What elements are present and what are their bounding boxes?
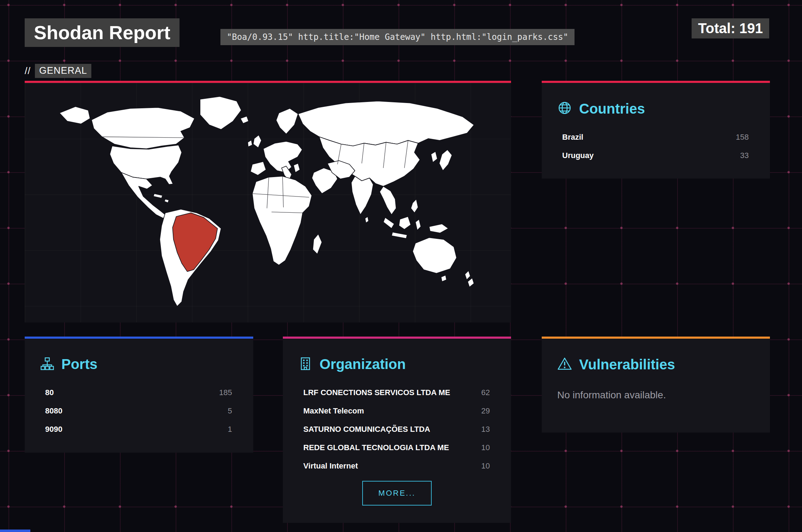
port-label: 8080 (45, 406, 62, 416)
map-usa (110, 145, 182, 185)
map-philippines (411, 199, 418, 213)
partial-card-border (0, 530, 30, 532)
country-label: Brazil (562, 133, 583, 142)
map-iberia (250, 162, 266, 175)
vulnerabilities-title: Vulnerabilities (579, 357, 675, 373)
shodan-report-page: Shodan Report "Boa/0.93.15" http.title:"… (0, 0, 802, 532)
org-row: MaxNet Telecom 29 (283, 402, 511, 420)
port-value: 1 (228, 425, 232, 434)
network-icon (40, 357, 54, 372)
world-map-svg (39, 92, 497, 313)
org-label: MaxNet Telecom (303, 406, 364, 416)
world-map (39, 92, 497, 313)
vulnerabilities-empty-text: No information available. (557, 389, 754, 401)
map-balkans (293, 163, 300, 173)
page-title: Shodan Report (25, 18, 180, 47)
map-new-zealand-south (468, 278, 474, 287)
map-alaska (59, 107, 90, 124)
organization-card: Organization LRF CONECTIONS SERVICOS LTD… (283, 337, 511, 523)
map-ireland (248, 140, 252, 147)
org-value: 29 (481, 406, 490, 416)
map-britain (253, 135, 261, 148)
search-query: "Boa/0.93.15" http.title:"Home Gateway" … (220, 29, 575, 45)
section-label: GENERAL (35, 64, 91, 78)
country-row-brazil: Brazil 158 (542, 128, 770, 146)
map-cuba (153, 194, 163, 198)
map-africa (252, 176, 312, 265)
org-label: Virtual Internet (303, 461, 358, 471)
map-new-zealand-north (465, 271, 470, 280)
ports-card: Ports 80 185 8080 5 9090 1 (25, 337, 253, 453)
map-korea (431, 151, 437, 162)
map-java (391, 232, 407, 238)
map-indochina (379, 186, 396, 215)
port-value: 185 (219, 388, 232, 397)
country-label: Uruguay (562, 151, 594, 160)
org-label: REDE GLOBAL TECNOLOGIA LTDA ME (303, 443, 449, 452)
map-borneo (399, 217, 411, 229)
org-row: SATURNO COMUNICAÇÕES LTDA 13 (283, 420, 511, 439)
map-sulawesi (415, 219, 421, 230)
section-prefix: // (25, 66, 31, 77)
map-tasmania (441, 275, 447, 282)
org-row: REDE GLOBAL TECNOLOGIA LTDA ME 10 (283, 439, 511, 457)
port-label: 9090 (45, 425, 62, 434)
org-value: 13 (481, 425, 490, 434)
port-value: 5 (228, 406, 232, 416)
org-label: LRF CONECTIONS SERVICOS LTDA ME (303, 388, 450, 397)
map-canada (91, 108, 194, 149)
warning-icon (557, 356, 572, 373)
ports-title: Ports (61, 356, 97, 372)
organization-title: Organization (320, 356, 406, 372)
port-row-9090: 9090 1 (25, 420, 253, 439)
more-button[interactable]: MORE... (362, 481, 432, 506)
map-hispaniola (164, 199, 169, 202)
country-value: 33 (740, 151, 749, 160)
vulnerabilities-card: Vulnerabilities No information available… (542, 337, 770, 433)
org-value: 10 (481, 443, 490, 452)
port-row-80: 80 185 (25, 383, 253, 402)
org-row: LRF CONECTIONS SERVICOS LTDA ME 62 (283, 383, 511, 402)
map-greenland (200, 96, 241, 129)
port-row-8080: 8080 5 (25, 402, 253, 420)
section-general: // GENERAL (25, 64, 91, 78)
org-label: SATURNO COMUNICAÇÕES LTDA (303, 425, 430, 434)
map-australia (413, 238, 457, 273)
map-madagascar (313, 234, 322, 254)
map-sumatra (383, 217, 394, 228)
country-row-uruguay: Uruguay 33 (542, 146, 770, 165)
countries-title: Countries (579, 101, 645, 117)
port-label: 80 (45, 388, 54, 397)
map-japan (439, 150, 452, 171)
map-scandinavia (276, 108, 298, 134)
map-iceland (241, 116, 249, 123)
countries-card: Countries Brazil 158 Uruguay 33 (542, 81, 770, 179)
country-value: 158 (736, 133, 749, 142)
map-sri-lanka (365, 217, 369, 223)
org-row: Virtual Internet 10 (283, 457, 511, 475)
building-icon (298, 357, 312, 372)
globe-icon (557, 101, 572, 117)
map-new-guinea (429, 224, 449, 233)
world-map-card (25, 81, 511, 322)
org-value: 62 (481, 388, 490, 397)
org-value: 10 (481, 461, 490, 471)
total-count-badge: Total: 191 (692, 18, 769, 38)
map-india (351, 176, 373, 214)
